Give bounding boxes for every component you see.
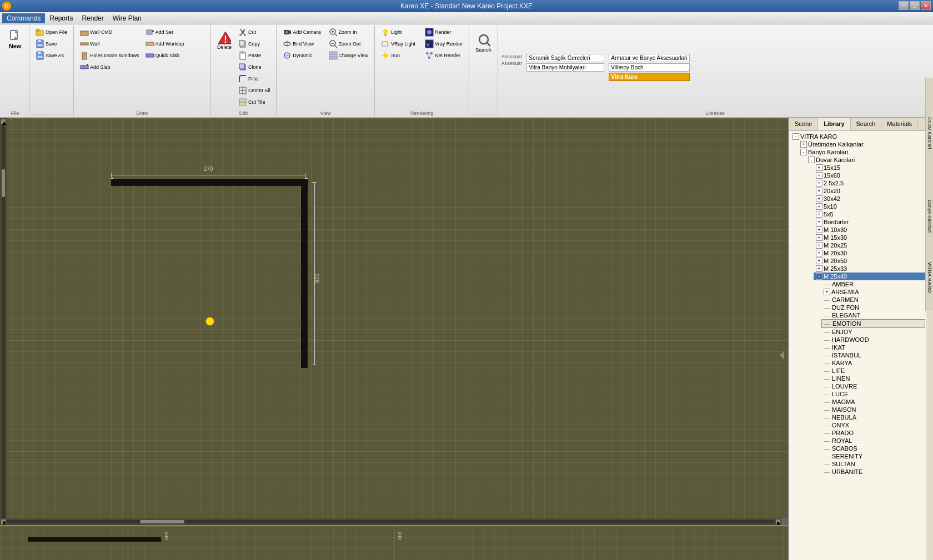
item-royal[interactable]: —ROYAL — [821, 437, 925, 445]
expand-banyo[interactable]: - — [800, 149, 807, 155]
zoom-out-button[interactable]: Zoom Out — [326, 38, 371, 49]
item-louvre[interactable]: —LOUVRE — [821, 382, 925, 390]
search-button[interactable]: Search — [473, 27, 494, 60]
save-as-button[interactable]: Save As — [33, 50, 70, 61]
tab-search[interactable]: Search — [851, 118, 882, 130]
exp-bordur[interactable]: + — [816, 219, 822, 225]
exp-20x20[interactable]: + — [816, 188, 822, 194]
aksesuar-dropdown-1[interactable]: Seramik Saglik Gerecleri — [526, 54, 604, 62]
exp-m20x50[interactable]: + — [816, 258, 822, 264]
node-m25x40[interactable]: -M 25x40 — [814, 273, 925, 280]
item-amber[interactable]: —AMBER — [821, 280, 925, 288]
node-5x10[interactable]: +5x10 — [814, 203, 925, 210]
wall-cmd-button[interactable]: Wall CMD — [77, 27, 142, 38]
menu-reports[interactable]: Reports — [45, 13, 77, 23]
node-bordur[interactable]: +Bordürler — [814, 218, 925, 226]
add-set-button[interactable]: Add Set — [143, 27, 208, 38]
item-ikat[interactable]: —IKAT — [821, 344, 925, 351]
item-elegant[interactable]: —ELEGANT — [821, 311, 925, 319]
item-hardwood[interactable]: —HARDWOOD — [821, 336, 925, 344]
v-scroll-down[interactable]: ▼ — [1, 519, 6, 524]
render-button[interactable]: Render — [422, 27, 465, 38]
exp-5x5[interactable]: + — [816, 211, 822, 218]
save-button[interactable]: Save — [33, 38, 70, 49]
node-20x20[interactable]: +20x20 — [814, 187, 925, 195]
item-prado[interactable]: —PRADO — [821, 429, 925, 437]
copy-button[interactable]: Copy — [235, 38, 273, 49]
menu-render[interactable]: Render — [77, 13, 108, 23]
item-onyx[interactable]: —ONYX — [821, 421, 925, 429]
item-karya[interactable]: —KARYA — [821, 359, 925, 367]
item-istanbul[interactable]: —ISTANBUL — [821, 351, 925, 359]
exp-m20x25[interactable]: + — [816, 242, 822, 249]
node-15x60[interactable]: +15x60 — [814, 171, 925, 179]
item-maison[interactable]: —MAISON — [821, 406, 925, 413]
item-duz-fon[interactable]: —DUZ FON — [821, 304, 925, 311]
cut-tile-button[interactable]: Cut Tile — [235, 97, 273, 108]
exp-25x25[interactable]: + — [816, 180, 822, 186]
exp-m10x30[interactable]: + — [816, 226, 822, 233]
aksesuar-dropdown-2[interactable]: Vitra Banyo Mobilyalari — [526, 63, 604, 72]
zoom-in-button[interactable]: Zoom In — [326, 27, 371, 38]
item-enjoy[interactable]: —ENJOY — [821, 328, 925, 336]
exp-m15x30[interactable]: + — [816, 234, 822, 241]
item-sultan[interactable]: —SULTAN — [821, 460, 925, 468]
node-25x25[interactable]: +2.5x2.5 — [814, 179, 925, 187]
expand-uretimden[interactable]: + — [800, 141, 807, 148]
exp-5x10[interactable]: + — [816, 203, 822, 210]
node-m25x33[interactable]: +M 25x33 — [814, 265, 925, 273]
sun-button[interactable]: Sun — [378, 50, 422, 61]
close-button[interactable]: ✕ — [921, 1, 931, 10]
bird-view-button[interactable]: Bird View — [280, 38, 325, 49]
item-urbanite[interactable]: —URBANITE — [821, 468, 925, 476]
exp-m25x33[interactable]: + — [816, 265, 822, 272]
h-scroll-thumb[interactable] — [140, 520, 184, 523]
item-life[interactable]: —LIFE — [821, 367, 925, 375]
tab-scene[interactable]: Scene — [789, 118, 818, 130]
quick-slab-button[interactable]: Quick Slab — [143, 50, 208, 61]
item-scabos[interactable]: —SCABOS — [821, 445, 925, 452]
tree-root-label[interactable]: - VITRA KARO — [790, 133, 925, 140]
light-button[interactable]: Light — [378, 27, 422, 38]
h-scrollbar[interactable]: ◄ ► — [0, 518, 788, 525]
delete-button[interactable]: Delete — [214, 27, 234, 54]
change-view-button[interactable]: Change View — [326, 50, 371, 61]
canvas-area[interactable]: 270 ◄ ► 228 — [0, 118, 789, 560]
exp-arsemia[interactable]: + — [824, 289, 830, 295]
item-carmen[interactable]: —CARMEN — [821, 296, 925, 304]
node-m20x25[interactable]: +M 20x25 — [814, 241, 925, 249]
item-magma[interactable]: —MAGMA — [821, 398, 925, 406]
clone-button[interactable]: Clone — [235, 62, 273, 73]
v-scroll-thumb[interactable] — [2, 169, 5, 197]
dynamic-button[interactable]: Dynamic — [280, 50, 325, 61]
menu-wireplan[interactable]: Wire Plan — [108, 13, 146, 23]
v-scrollbar[interactable]: ▲ ▼ — [0, 118, 7, 525]
exp-15x15[interactable]: + — [816, 164, 822, 171]
net-render-button[interactable]: Net Render — [422, 50, 465, 61]
exp-15x60[interactable]: + — [816, 172, 822, 179]
tree-node-banyo[interactable]: - Banyo Karolari — [798, 148, 925, 156]
item-nebula[interactable]: —NEBULA — [821, 413, 925, 421]
aksesuar-right-3[interactable]: Vitra Karo — [609, 73, 689, 81]
v-scroll-track[interactable] — [2, 125, 5, 518]
maximize-button[interactable]: □ — [910, 1, 920, 10]
exp-m25x40[interactable]: - — [816, 273, 822, 280]
item-linen[interactable]: —LINEN — [821, 375, 925, 382]
item-serenity[interactable]: —SERENITY — [821, 452, 925, 460]
exp-m20x30[interactable]: + — [816, 250, 822, 256]
tab-library[interactable]: Library — [818, 118, 850, 130]
h-scroll-track[interactable] — [7, 520, 775, 523]
aksesuar-right-1[interactable]: Armatur ve Banyo Aksesuarlari — [609, 54, 689, 62]
node-30x42[interactable]: +30x42 — [814, 195, 925, 203]
v-scroll-up[interactable]: ▲ — [1, 119, 6, 124]
new-button[interactable]: New — [4, 27, 26, 52]
node-m10x30[interactable]: +M 10x30 — [814, 226, 925, 234]
vray-render-button[interactable]: V Vray Render — [422, 38, 465, 49]
fillet-button[interactable]: Fillet — [235, 73, 273, 84]
node-arsemia[interactable]: +ARSEMIA — [821, 288, 925, 296]
tab-materials[interactable]: Materials — [881, 118, 918, 130]
item-luce[interactable]: —LUCE — [821, 390, 925, 398]
tree-node-uretimden[interactable]: + Üretimden Kalkanlar — [798, 140, 925, 148]
tree-node-duvar[interactable]: - Duvar Karolari — [806, 156, 925, 164]
right-arrow-indicator[interactable] — [779, 350, 785, 361]
